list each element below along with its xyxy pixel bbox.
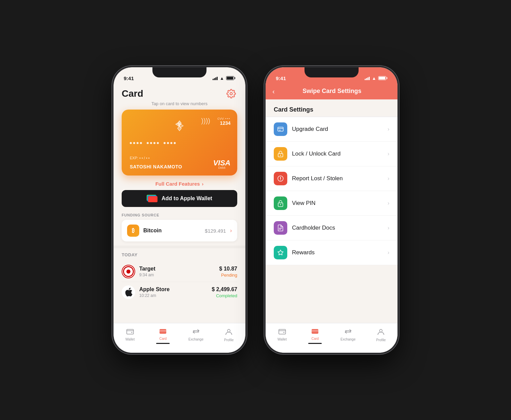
nav-profile-1[interactable]: Profile [213, 326, 246, 346]
exchange-nav-icon-2 [344, 328, 352, 336]
cardholder-docs-label: Cardholder Docs [292, 225, 388, 231]
phone-2: 9:41 ▲ ‹ Swipe Card Settings Card [266, 67, 397, 353]
transaction-apple[interactable]: Apple Store 10:22 am $ 2,499.67 Complete… [122, 282, 237, 302]
svg-point-0 [230, 93, 233, 95]
svg-point-5 [227, 329, 230, 332]
nav-card-label-2: Card [311, 337, 319, 341]
apple-store-icon [122, 285, 135, 299]
credit-card[interactable]: CVV: ••• 1234 )))) EXP: ••/•• SATOSHI NA… [122, 110, 237, 176]
wallet-nav-icon [126, 328, 134, 336]
svg-point-12 [280, 204, 281, 205]
svg-rect-16 [312, 330, 318, 331]
upgrade-card-label: Upgrade Card [292, 126, 388, 133]
nav-wallet-2[interactable]: Wallet [266, 326, 299, 346]
rewards-icon [274, 246, 287, 259]
svg-point-14 [283, 332, 284, 333]
transaction-info-target: Target 9:34 am [139, 266, 215, 277]
card-holder-name: SATOSHI NAKAMOTO [130, 164, 182, 169]
nav-card-2[interactable]: Card [299, 326, 332, 346]
nav-card-label-1: Card [159, 337, 167, 341]
rewards-chevron-icon: › [388, 250, 389, 256]
bottom-nav-2: Wallet Card Exchange [266, 323, 397, 353]
section-divider [114, 246, 245, 248]
report-lost-icon [274, 172, 287, 185]
card-network: VISA Debit [213, 159, 230, 169]
card-settings-label: Card Settings [266, 99, 397, 117]
svg-rect-4 [160, 330, 166, 331]
card-nav-icon-2-active [311, 328, 319, 336]
profile-nav-icon-2 [377, 328, 385, 337]
nav-active-indicator [156, 343, 170, 344]
tx-status-apple: Completed [212, 293, 237, 298]
target-store-icon [122, 265, 135, 278]
tx-time-apple: 10:22 am [139, 293, 208, 298]
settings-screen-title: Swipe Card Settings [280, 88, 384, 95]
status-bar-1: 9:41 ▲ [114, 67, 245, 84]
funding-row[interactable]: ₿ Bitcoin $129.491 › [122, 220, 237, 241]
svg-point-2 [131, 332, 132, 333]
nav-exchange-1[interactable]: Exchange [179, 326, 213, 346]
screen1-header: Card [114, 84, 245, 100]
report-lost-chevron-icon: › [388, 176, 389, 182]
signal-icon [213, 76, 218, 80]
settings-header: ‹ Swipe Card Settings [266, 84, 397, 99]
cardholder-docs-icon [274, 221, 287, 235]
upgrade-card-icon [274, 122, 287, 136]
svg-rect-1 [127, 329, 133, 334]
back-button[interactable]: ‹ [272, 88, 275, 95]
svg-rect-6 [278, 127, 283, 131]
full-card-features-link[interactable]: Full Card Features › [114, 181, 245, 187]
settings-button[interactable] [225, 88, 237, 100]
status-bar-2: 9:41 ▲ [266, 67, 397, 84]
cardholder-docs-row[interactable]: Cardholder Docs › [266, 216, 397, 240]
funding-label: FUNDING SOURCE [122, 213, 237, 217]
funding-name: Bitcoin [143, 228, 201, 234]
lock-unlock-card-row[interactable]: Lock / Unlock Card › [266, 142, 397, 166]
tx-amount-target: $ 10.87 [219, 266, 237, 272]
view-pin-chevron-icon: › [388, 200, 389, 206]
view-pin-icon [274, 196, 287, 210]
nav-exchange-label-2: Exchange [341, 337, 356, 341]
funding-amount: $129.491 [205, 228, 226, 234]
transaction-target[interactable]: Target 9:34 am $ 10.87 Pending [122, 261, 237, 282]
nav-exchange-2[interactable]: Exchange [332, 326, 365, 346]
report-lost-label: Report Lost / Stolen [292, 175, 388, 182]
nav-exchange-label-1: Exchange [189, 337, 203, 341]
nav-card-1[interactable]: Card [147, 326, 180, 346]
svg-point-17 [380, 329, 382, 332]
upgrade-card-row[interactable]: Upgrade Card › [266, 117, 397, 142]
tx-right-apple: $ 2,499.67 Completed [212, 286, 237, 298]
funding-section: FUNDING SOURCE ₿ Bitcoin $129.491 › [114, 210, 245, 243]
signal-icon-2 [365, 76, 370, 80]
screen-2: 9:41 ▲ ‹ Swipe Card Settings Card [266, 67, 397, 353]
cvv-value: 1234 [217, 120, 230, 126]
settings-content: Card Settings Upgrade Card › Lock / Unlo… [266, 99, 397, 323]
transaction-info-apple: Apple Store 10:22 am [139, 286, 208, 298]
card-number [130, 142, 176, 144]
nav-wallet-1[interactable]: Wallet [114, 326, 147, 346]
svg-point-8 [280, 155, 281, 156]
report-lost-row[interactable]: Report Lost / Stolen › [266, 166, 397, 191]
tx-name-apple: Apple Store [139, 286, 208, 293]
battery-icon-2 [378, 76, 387, 80]
wifi-icon-2: ▲ [372, 76, 376, 81]
nav-wallet-label-1: Wallet [125, 337, 135, 341]
phone-1: 9:41 ▲ Card [114, 67, 245, 353]
wallet-nav-icon-2 [278, 328, 286, 336]
lock-card-icon [274, 147, 287, 161]
tx-right-target: $ 10.87 Pending [219, 266, 237, 278]
nfc-icon: )))) [201, 117, 210, 125]
rewards-row[interactable]: Rewards › [266, 240, 397, 265]
transactions-section: TODAY Target 9:34 am $ 10.87 Pending [114, 248, 245, 323]
chevron-right-icon: › [202, 181, 203, 187]
nav-profile-2[interactable]: Profile [365, 326, 398, 346]
status-time-1: 9:41 [124, 75, 134, 81]
card-logo [170, 116, 189, 135]
view-pin-row[interactable]: View PIN › [266, 191, 397, 216]
lock-unlock-label: Lock / Unlock Card [292, 150, 388, 157]
apple-wallet-button[interactable]: Add to Apple Wallet [122, 190, 237, 207]
cardholder-docs-chevron-icon: › [388, 225, 389, 231]
bitcoin-icon: ₿ [127, 225, 139, 237]
wifi-icon: ▲ [220, 76, 224, 81]
apple-wallet-label: Add to Apple Wallet [162, 195, 212, 202]
